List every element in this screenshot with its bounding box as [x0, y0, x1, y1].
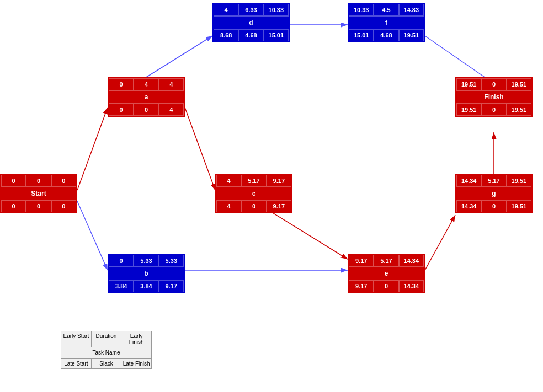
node-e-bottom-0: 9.17 [349, 280, 374, 292]
node-a-bottom-1: 0 [134, 104, 158, 116]
node-a-top-2: 4 [159, 78, 184, 90]
node-start-top-0: 0 [1, 175, 26, 187]
node-d-bottom-0: 8.68 [214, 29, 238, 41]
node-d-top-0: 4 [214, 4, 238, 16]
legend-duration: Duration [92, 331, 122, 347]
node-c-top-0: 4 [216, 175, 241, 187]
node-e-label: e [349, 267, 424, 280]
node-start-bottom-1: 0 [26, 200, 51, 212]
node-b-bottom-0: 3.84 [109, 280, 134, 292]
node-start-top-2: 0 [51, 175, 76, 187]
legend-slack: Slack [92, 359, 122, 368]
node-b-bottom-2: 9.17 [159, 280, 184, 292]
node-a-top-0: 0 [109, 78, 134, 90]
node-c: 45.179.17c409.17 [215, 174, 292, 213]
legend-late-finish: Late Finish [121, 359, 151, 368]
legend-task-name: Task Name [61, 347, 151, 358]
node-f-top-row: 10.334.514.83 [349, 4, 424, 16]
node-a-bottom-2: 4 [159, 104, 184, 116]
node-finish-bottom-2: 19.51 [507, 104, 531, 116]
node-f-bottom-2: 19.51 [399, 29, 424, 41]
node-finish-bottom-row: 19.51019.51 [456, 104, 531, 116]
node-e-bottom-1: 0 [374, 280, 398, 292]
node-b-top-2: 5.33 [159, 255, 184, 267]
node-c-top-2: 9.17 [267, 175, 291, 187]
node-start-top-row: 000 [1, 175, 76, 187]
node-d-bottom-2: 15.01 [264, 29, 289, 41]
legend-top-row: Early Start Duration Early Finish [61, 331, 151, 347]
node-c-bottom-row: 409.17 [216, 200, 291, 212]
legend-early-start: Early Start [61, 331, 92, 347]
node-a-label: a [109, 90, 184, 104]
node-e-top-row: 9.175.1714.34 [349, 255, 424, 267]
node-g-top-1: 5.17 [481, 175, 506, 187]
node-d-bottom-1: 4.68 [238, 29, 263, 41]
node-e-bottom-2: 14.34 [399, 280, 424, 292]
node-g-top-0: 14.34 [456, 175, 481, 187]
legend-bottom-row: Late Start Slack Late Finish [61, 359, 151, 368]
node-c-bottom-2: 9.17 [267, 200, 291, 212]
legend-late-start: Late Start [61, 359, 92, 368]
node-f-top-2: 14.83 [399, 4, 424, 16]
node-b-label: b [109, 267, 184, 280]
node-f: 10.334.514.83f15.014.6819.51 [348, 3, 425, 42]
node-start-top-1: 0 [26, 175, 51, 187]
node-g-bottom-row: 14.34019.51 [456, 200, 531, 212]
node-d-top-row: 46.3310.33 [214, 4, 289, 16]
node-finish-bottom-1: 0 [481, 104, 506, 116]
node-finish: 19.51019.51Finish19.51019.51 [455, 77, 533, 117]
node-f-top-1: 4.5 [374, 4, 398, 16]
node-e-top-1: 5.17 [374, 255, 398, 267]
node-start-bottom-0: 0 [1, 200, 26, 212]
node-finish-top-2: 19.51 [507, 78, 531, 90]
node-finish-top-1: 0 [481, 78, 506, 90]
node-e-bottom-row: 9.17014.34 [349, 280, 424, 292]
node-start-label: Start [1, 187, 76, 200]
node-c-label: c [216, 187, 291, 200]
node-g: 14.345.1719.51g14.34019.51 [455, 174, 533, 213]
node-finish-top-row: 19.51019.51 [456, 78, 531, 90]
node-g-bottom-2: 19.51 [507, 200, 531, 212]
node-e-top-2: 14.34 [399, 255, 424, 267]
node-g-top-2: 19.51 [507, 175, 531, 187]
node-b: 05.335.33b3.843.849.17 [108, 254, 185, 293]
node-d-bottom-row: 8.684.6815.01 [214, 29, 289, 41]
node-f-label: f [349, 16, 424, 29]
node-a-bottom-0: 0 [109, 104, 134, 116]
node-f-bottom-row: 15.014.6819.51 [349, 29, 424, 41]
node-start: 000Start000 [0, 174, 77, 213]
legend-name-row: Task Name [61, 347, 151, 359]
legend: Early Start Duration Early Finish Task N… [61, 331, 152, 369]
node-d-top-2: 10.33 [264, 4, 289, 16]
node-d: 46.3310.33d8.684.6815.01 [212, 3, 290, 42]
node-f-bottom-0: 15.01 [349, 29, 374, 41]
node-finish-label: Finish [456, 90, 531, 104]
node-b-bottom-row: 3.843.849.17 [109, 280, 184, 292]
node-a-top-row: 044 [109, 78, 184, 90]
node-f-top-0: 10.33 [349, 4, 374, 16]
node-a: 044a004 [108, 77, 185, 117]
node-b-top-row: 05.335.33 [109, 255, 184, 267]
node-e-top-0: 9.17 [349, 255, 374, 267]
node-c-top-row: 45.179.17 [216, 175, 291, 187]
node-finish-bottom-0: 19.51 [456, 104, 481, 116]
node-g-bottom-1: 0 [481, 200, 506, 212]
node-c-top-1: 5.17 [241, 175, 266, 187]
legend-early-finish: Early Finish [121, 331, 151, 347]
node-g-top-row: 14.345.1719.51 [456, 175, 531, 187]
node-finish-top-0: 19.51 [456, 78, 481, 90]
node-c-bottom-0: 4 [216, 200, 241, 212]
node-e: 9.175.1714.34e9.17014.34 [348, 254, 425, 293]
node-g-bottom-0: 14.34 [456, 200, 481, 212]
node-a-bottom-row: 004 [109, 104, 184, 116]
node-start-bottom-row: 000 [1, 200, 76, 212]
node-a-top-1: 4 [134, 78, 158, 90]
node-start-bottom-2: 0 [51, 200, 76, 212]
node-d-top-1: 6.33 [238, 4, 263, 16]
node-d-label: d [214, 16, 289, 29]
node-c-bottom-1: 0 [241, 200, 266, 212]
node-g-label: g [456, 187, 531, 200]
node-f-bottom-1: 4.68 [374, 29, 398, 41]
node-b-top-1: 5.33 [134, 255, 158, 267]
node-b-top-0: 0 [109, 255, 134, 267]
